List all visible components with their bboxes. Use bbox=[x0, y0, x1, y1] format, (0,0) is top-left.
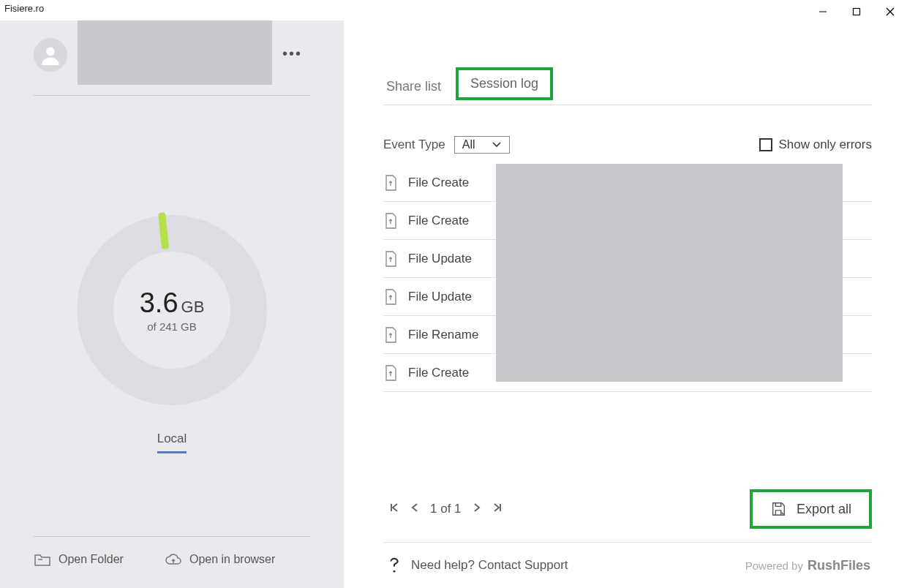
question-icon bbox=[388, 557, 401, 573]
file-up-icon bbox=[383, 174, 398, 192]
tab-session-log[interactable]: Session log bbox=[456, 67, 553, 100]
tab-share-list[interactable]: Share list bbox=[383, 72, 444, 105]
open-browser-button[interactable]: Open in browser bbox=[165, 551, 275, 568]
close-button[interactable] bbox=[873, 3, 907, 20]
avatar bbox=[34, 38, 67, 72]
svg-point-4 bbox=[46, 48, 55, 56]
show-errors-checkbox[interactable]: Show only errors bbox=[759, 137, 872, 152]
storage-used: 3.6GB bbox=[140, 287, 205, 319]
event-type-select[interactable]: All bbox=[454, 136, 510, 154]
maximize-button[interactable] bbox=[840, 3, 873, 20]
file-up-icon bbox=[383, 326, 398, 344]
file-up-icon bbox=[383, 288, 398, 306]
chevron-down-icon bbox=[492, 141, 502, 148]
pager-last[interactable] bbox=[492, 502, 503, 516]
storage-total: of 241 GB bbox=[147, 320, 197, 333]
pager-text: 1 of 1 bbox=[430, 502, 462, 516]
folder-icon bbox=[34, 551, 51, 568]
file-up-icon bbox=[383, 212, 398, 230]
log-details-placeholder bbox=[496, 164, 843, 382]
session-log-list: File Create File Create File Update File… bbox=[383, 164, 872, 392]
svg-rect-1 bbox=[854, 9, 860, 15]
window-controls bbox=[806, 3, 907, 20]
file-up-icon bbox=[383, 250, 398, 268]
window-title: Fisiere.ro bbox=[4, 3, 44, 14]
user-name-placeholder bbox=[78, 20, 272, 85]
pager-prev[interactable] bbox=[410, 502, 420, 516]
pager-first[interactable] bbox=[389, 502, 399, 516]
cloud-icon bbox=[165, 551, 182, 568]
powered-by: Powered byRushFiles bbox=[745, 558, 870, 573]
storage-donut: 3.6GB of 241 GB bbox=[77, 215, 267, 405]
file-up-icon bbox=[383, 364, 398, 382]
main-panel: Share list Session log Event Type All Sh… bbox=[344, 20, 907, 588]
event-type-label: Event Type bbox=[383, 137, 445, 152]
help-link[interactable]: Need help? Contact Support bbox=[388, 557, 568, 573]
save-icon bbox=[770, 501, 786, 517]
tab-local[interactable]: Local bbox=[157, 431, 187, 446]
divider bbox=[34, 536, 310, 537]
sidebar: ••• 3.6GB of 241 GB Local bbox=[0, 20, 344, 588]
pager: 1 of 1 bbox=[389, 502, 503, 516]
minimize-button[interactable] bbox=[806, 3, 840, 20]
pager-next[interactable] bbox=[472, 502, 482, 516]
export-all-button[interactable]: Export all bbox=[750, 489, 872, 529]
svg-point-5 bbox=[394, 570, 396, 573]
open-folder-button[interactable]: Open Folder bbox=[34, 551, 124, 568]
more-menu-icon[interactable]: ••• bbox=[282, 45, 302, 62]
